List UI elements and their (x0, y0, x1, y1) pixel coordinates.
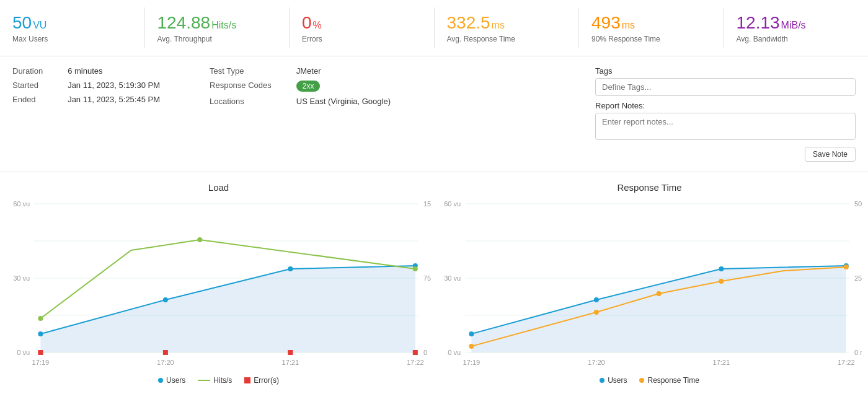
metric-label-bandwidth: Avg. Bandwidth (737, 35, 856, 43)
legend-hits-label: Hits/s (213, 376, 232, 385)
svg-point-20 (38, 316, 43, 321)
svg-text:0 ms: 0 ms (854, 349, 862, 356)
svg-text:17:21: 17:21 (281, 359, 299, 366)
save-note-button[interactable]: Save Note (805, 147, 856, 162)
svg-text:500 ms: 500 ms (854, 200, 862, 208)
legend-rt-users: Users (600, 376, 627, 385)
svg-rect-26 (413, 350, 418, 355)
svg-text:60 vu: 60 vu (13, 200, 30, 208)
metric-errors: 0% Errors (290, 7, 435, 48)
metric-avg-response: 332.5ms Avg. Response Time (435, 7, 580, 48)
svg-marker-15 (40, 266, 415, 352)
started-value: Jan 11, 2023, 5:19:30 PM (68, 81, 160, 90)
metric-value-throughput: 124.88 (157, 13, 211, 32)
legend-response-time-dot (639, 378, 644, 383)
info-center: Test Type JMeter Response Codes 2xx Loca… (210, 66, 391, 162)
metrics-bar: 50VU Max Users 124.88Hits/s Avg. Through… (0, 0, 868, 56)
legend-users-label: Users (166, 376, 185, 385)
test-type-value: JMeter (296, 66, 391, 76)
metric-unit-max-users: VU (33, 20, 46, 30)
metric-unit-throughput: Hits/s (211, 20, 236, 30)
svg-text:60 vu: 60 vu (444, 200, 461, 208)
info-left: Duration 6 minutes Started Jan 11, 2023,… (12, 66, 160, 162)
svg-text:17:19: 17:19 (463, 359, 480, 366)
response-chart-title: Response Time (437, 182, 862, 193)
svg-text:17:22: 17:22 (838, 359, 855, 366)
legend-users-dot (158, 378, 163, 383)
locations-value: US East (Virginia, Google) (296, 97, 391, 106)
svg-text:0 vu: 0 vu (17, 349, 30, 356)
svg-text:17:20: 17:20 (588, 359, 605, 366)
legend-rt-users-label: Users (608, 376, 627, 385)
response-chart-legend: Users Response Time (437, 376, 862, 385)
svg-point-17 (163, 297, 168, 302)
metric-max-users: 50VU Max Users (0, 7, 145, 48)
svg-text:250 ms: 250 ms (854, 274, 862, 282)
legend-users: Users (158, 376, 185, 385)
svg-point-48 (594, 310, 599, 315)
svg-text:30 vu: 30 vu (13, 274, 30, 282)
metric-value-p90-response: 493 (591, 13, 621, 32)
svg-text:17:20: 17:20 (157, 359, 174, 366)
svg-text:75: 75 (423, 274, 431, 282)
info-right: Tags Report Notes: Save Note (595, 66, 856, 162)
load-chart-area: 60 vu 30 vu 0 vu 150 75 0 17:19 17:20 17… (6, 198, 431, 371)
svg-point-21 (197, 237, 202, 242)
response-codes-value: 2xx (296, 81, 391, 92)
metric-value-bandwidth: 12.13 (737, 13, 780, 32)
started-label: Started (12, 81, 43, 90)
load-chart-container: Load 60 vu 30 vu 0 vu 150 75 0 17:19 17: (6, 182, 431, 385)
svg-text:0: 0 (423, 349, 427, 356)
ended-value: Jan 11, 2023, 5:25:45 PM (68, 95, 160, 104)
legend-response-time: Response Time (639, 376, 699, 385)
response-chart-svg: 60 vu 30 vu 0 vu 500 ms 250 ms 0 ms 17:1… (437, 198, 862, 371)
legend-hits: Hits/s (198, 376, 232, 385)
duration-label: Duration (12, 66, 43, 76)
tags-input[interactable] (595, 78, 856, 96)
legend-errors: Error(s) (244, 376, 279, 385)
svg-text:0 vu: 0 vu (448, 349, 461, 356)
notes-input[interactable] (595, 113, 856, 140)
metric-label-avg-response: Avg. Response Time (447, 35, 567, 43)
metric-value-max-users: 50 (12, 13, 32, 32)
locations-label: Locations (210, 97, 272, 106)
notes-label: Report Notes: (595, 101, 856, 110)
tags-label: Tags (595, 66, 856, 76)
svg-text:17:19: 17:19 (32, 359, 50, 366)
metric-p90-response: 493ms 90% Response Time (579, 7, 724, 48)
svg-point-50 (719, 279, 724, 284)
svg-point-44 (594, 297, 599, 302)
svg-text:30 vu: 30 vu (444, 274, 461, 282)
legend-errors-label: Error(s) (254, 376, 279, 385)
svg-text:17:22: 17:22 (407, 359, 424, 366)
svg-point-51 (844, 265, 849, 269)
load-chart-legend: Users Hits/s Error(s) (6, 376, 431, 385)
response-chart-area: 60 vu 30 vu 0 vu 500 ms 250 ms 0 ms 17:1… (437, 198, 862, 371)
response-codes-badge: 2xx (296, 81, 321, 92)
svg-point-22 (413, 266, 418, 271)
metric-label-p90-response: 90% Response Time (591, 35, 711, 43)
response-codes-label: Response Codes (210, 81, 272, 92)
svg-point-45 (719, 266, 724, 271)
metric-unit-p90-response: ms (622, 20, 635, 30)
svg-point-47 (469, 344, 474, 349)
svg-point-49 (657, 291, 662, 296)
legend-response-time-label: Response Time (647, 376, 699, 385)
response-chart-container: Response Time 60 vu 30 vu 0 vu 500 ms 25… (437, 182, 862, 385)
legend-rt-users-dot (600, 378, 604, 383)
legend-hits-line (198, 380, 210, 381)
metric-label-errors: Errors (302, 35, 422, 43)
metric-value-errors: 0 (302, 13, 312, 32)
charts-section: Load 60 vu 30 vu 0 vu 150 75 0 17:19 17: (0, 172, 868, 394)
metric-value-avg-response: 332.5 (447, 13, 490, 32)
ended-label: Ended (12, 95, 43, 104)
metric-unit-errors: % (313, 20, 322, 30)
info-section: Duration 6 minutes Started Jan 11, 2023,… (0, 56, 868, 172)
legend-errors-square (244, 377, 250, 383)
svg-point-43 (469, 331, 474, 336)
svg-marker-42 (471, 266, 846, 352)
test-type-label: Test Type (210, 66, 272, 76)
load-chart-title: Load (6, 182, 431, 193)
svg-rect-25 (288, 350, 293, 355)
metric-throughput: 124.88Hits/s Avg. Throughput (145, 7, 290, 48)
